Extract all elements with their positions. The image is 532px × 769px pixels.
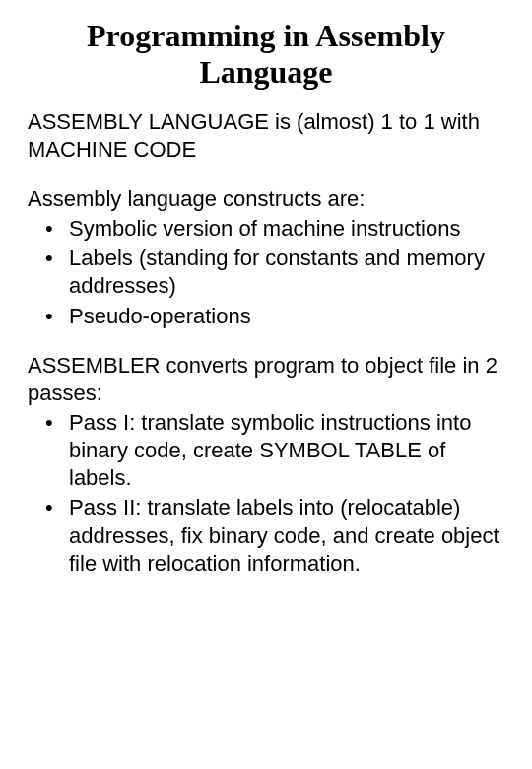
passes-lead: ASSEMBLER converts program to object fil… — [28, 352, 504, 407]
list-item: Pass I: translate symbolic instructions … — [28, 409, 504, 492]
list-item: Symbolic version of machine instructions — [28, 215, 504, 243]
page-title: Programming in Assembly Language — [28, 18, 504, 91]
list-item: Pass II: translate labels into (relocata… — [28, 494, 504, 577]
passes-list: Pass I: translate symbolic instructions … — [28, 409, 504, 578]
constructs-list: Symbolic version of machine instructions… — [28, 215, 504, 330]
list-item: Pseudo-operations — [28, 303, 504, 330]
body-content: ASSEMBLY LANGUAGE is (almost) 1 to 1 wit… — [28, 108, 504, 578]
intro-paragraph: ASSEMBLY LANGUAGE is (almost) 1 to 1 wit… — [28, 108, 504, 164]
constructs-lead: Assembly language constructs are: — [28, 185, 504, 213]
list-item: Labels (standing for constants and memor… — [28, 245, 504, 300]
